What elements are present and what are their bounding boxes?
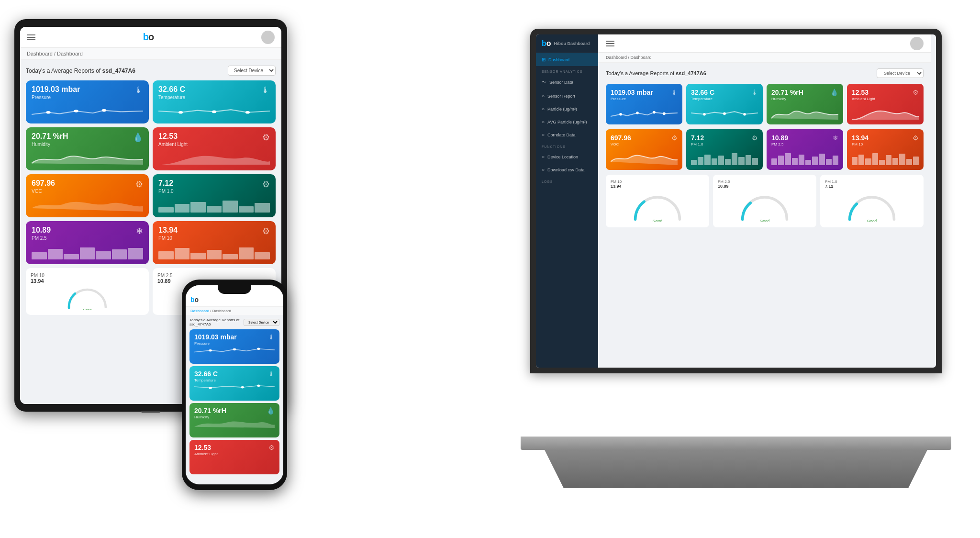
voc-chart bbox=[611, 152, 678, 165]
phone-ambient-icon: ⚙ bbox=[268, 444, 275, 456]
svg-point-20 bbox=[257, 348, 260, 350]
sidebar-item-particle[interactable]: ○ Particle (μg/m³) bbox=[536, 102, 598, 115]
pressure-icon: 🌡 bbox=[671, 89, 678, 96]
phone-breadcrumb: Dashboard / Dashboard bbox=[186, 307, 283, 315]
laptop-topbar bbox=[598, 34, 931, 53]
sidebar-logo: bo Hibou Dashboard bbox=[536, 34, 598, 53]
sidebar-item-sensor-report[interactable]: ○ Sensor Report bbox=[536, 90, 598, 102]
temperature-icon: 🌡 bbox=[751, 89, 758, 96]
tablet-breadcrumb: Dashboard / Dashboard bbox=[20, 48, 281, 60]
phone-humidity-icon: 💧 bbox=[267, 407, 275, 419]
sidebar-item-avg-particle[interactable]: ○ AVG Particle (μg/m³) bbox=[536, 115, 598, 128]
laptop-device: bo Hibou Dashboard ⊞ Dashboard SENSOR AN… bbox=[521, 29, 951, 488]
pm25-gauge-svg: Good bbox=[718, 191, 812, 222]
svg-point-10 bbox=[46, 111, 50, 114]
tablet-pressure-chart bbox=[32, 104, 143, 118]
sensor-report-icon: ○ bbox=[542, 93, 545, 99]
pm25-gauge-card: PM 2.5 10.89 Good bbox=[713, 175, 816, 227]
pm1-icon: ⚙ bbox=[752, 134, 758, 142]
select-device-dropdown[interactable]: Select Device bbox=[877, 68, 924, 78]
sidebar-section-logs: LOGS bbox=[536, 176, 598, 185]
svg-point-11 bbox=[74, 110, 78, 112]
laptop-sidebar: bo Hibou Dashboard ⊞ Dashboard SENSOR AN… bbox=[536, 34, 598, 368]
tablet-select-device[interactable]: Select Device bbox=[228, 66, 276, 76]
pm25-card: 10.89 PM 2.5 ❄ bbox=[767, 129, 843, 170]
humidity-label: Humidity bbox=[771, 97, 803, 101]
temperature-label: Temperature bbox=[691, 97, 714, 101]
pm25-label: PM 2.5 bbox=[771, 142, 788, 146]
svg-point-5 bbox=[723, 112, 726, 115]
sidebar-item-sensor-data[interactable]: 〜 Sensor Data bbox=[536, 75, 598, 90]
laptop-main-content: Dashboard / Dashboard Today's a Average … bbox=[598, 34, 931, 368]
phone-content-header: Today's a Average Reports of ssd_4747A6 … bbox=[189, 318, 279, 326]
phone-humidity-card: 20.71 %rH Humidity 💧 bbox=[189, 403, 279, 437]
humidity-icon: 💧 bbox=[830, 89, 838, 96]
tablet-ambient-icon: ⚙ bbox=[262, 132, 270, 143]
pm1-chart bbox=[691, 152, 758, 165]
correlate-icon: ○ bbox=[542, 132, 545, 137]
tablet-pressure-icon: 🌡 bbox=[134, 85, 143, 95]
tablet-home-button[interactable] bbox=[141, 411, 160, 413]
laptop-content-header: Today's a Average Reports of ssd_4747A6 … bbox=[606, 68, 924, 78]
tablet-cards-grid: 1019.03 mbar Pressure 🌡 bbox=[26, 80, 276, 264]
tablet-pm25-icon: ❄ bbox=[136, 226, 143, 236]
svg-point-18 bbox=[209, 349, 212, 352]
tablet-ambient-card: 12.53 Ambient Light ⚙ bbox=[153, 127, 276, 170]
pm10-gauge-svg: Good bbox=[611, 191, 704, 222]
avg-particle-icon: ○ bbox=[542, 119, 545, 124]
phone-pressure-icon: 🌡 bbox=[268, 333, 275, 346]
svg-point-14 bbox=[212, 111, 216, 113]
tablet-pressure-card: 1019.03 mbar Pressure 🌡 bbox=[26, 80, 149, 123]
tablet-ambient-chart bbox=[158, 151, 270, 165]
tablet-pm10-card: 13.94 PM 10 ⚙ bbox=[153, 221, 276, 264]
ambient-light-label: Ambient Light bbox=[852, 97, 875, 101]
tablet-logo: bo bbox=[143, 32, 154, 43]
svg-point-15 bbox=[245, 111, 250, 114]
svg-text:Good: Good bbox=[867, 219, 877, 222]
tablet-avatar[interactable] bbox=[261, 31, 275, 44]
pm25-gauge-title: PM 2.5 bbox=[718, 179, 730, 184]
tablet-temp-card: 32.66 C Temperature 🌡 bbox=[153, 80, 276, 123]
svg-point-19 bbox=[233, 348, 236, 351]
laptop-content-area: Today's a Average Reports of ssd_4747A6 … bbox=[598, 63, 931, 368]
phone-dashboard: bo Dashboard / Dashboard Today's a Avera… bbox=[186, 285, 283, 480]
pm1-label: PM 1.0 bbox=[691, 142, 704, 146]
pm25-icon: ❄ bbox=[833, 134, 838, 142]
svg-point-13 bbox=[178, 111, 183, 114]
humidity-chart bbox=[771, 106, 838, 120]
avatar[interactable] bbox=[910, 37, 924, 50]
tablet-humidity-icon: 💧 bbox=[133, 132, 143, 143]
pm1-gauge-value: 7.12 bbox=[825, 184, 837, 189]
sidebar-section-functions: FUNCTIONS bbox=[536, 141, 598, 150]
pm10-value: 13.94 bbox=[852, 134, 869, 142]
phone-temp-chart bbox=[194, 382, 275, 391]
sidebar-item-device-location[interactable]: ○ Device Location bbox=[536, 150, 598, 163]
svg-point-23 bbox=[257, 385, 260, 387]
pressure-label: Pressure bbox=[611, 97, 653, 101]
tablet-temp-chart bbox=[158, 104, 270, 118]
svg-point-2 bbox=[653, 111, 656, 114]
pm10-card: 13.94 PM 10 ⚙ bbox=[847, 129, 924, 170]
tablet-hamburger[interactable] bbox=[27, 34, 35, 40]
sidebar-item-correlate[interactable]: ○ Correlate Data bbox=[536, 128, 598, 141]
pressure-chart bbox=[611, 106, 678, 120]
sidebar-item-dashboard[interactable]: ⊞ Dashboard bbox=[536, 53, 598, 66]
sidebar-logo-text: bo bbox=[542, 39, 551, 48]
sensor-data-icon: 〜 bbox=[542, 79, 546, 86]
tablet-humidity-chart bbox=[32, 151, 143, 165]
phone-pressure-chart bbox=[194, 346, 275, 354]
svg-point-1 bbox=[636, 112, 639, 114]
phone-temp-card: 32.66 C Temperature 🌡 bbox=[189, 366, 279, 401]
phone-screen: bo Dashboard / Dashboard Today's a Avera… bbox=[186, 285, 283, 484]
ambient-chart bbox=[852, 106, 919, 120]
voc-label: VOC bbox=[611, 142, 631, 146]
pressure-card: 1019.03 mbar Pressure 🌡 bbox=[606, 84, 682, 124]
svg-point-4 bbox=[703, 113, 706, 116]
phone-select-device[interactable]: Select Device bbox=[244, 319, 279, 326]
voc-icon: ⚙ bbox=[671, 134, 678, 142]
sidebar-item-download-csv[interactable]: ○ Download csv Data bbox=[536, 163, 598, 176]
tablet-pm1-card: 7.12 PM 1.0 ⚙ bbox=[153, 174, 276, 217]
hamburger-menu[interactable] bbox=[606, 41, 614, 46]
phone-humidity-chart bbox=[194, 419, 275, 428]
tablet-pm10-icon: ⚙ bbox=[262, 226, 270, 236]
